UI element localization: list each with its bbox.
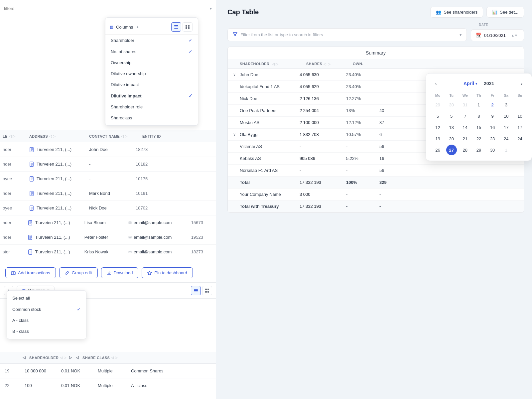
columns-chevron-icon: ▲ — [136, 25, 139, 29]
calendar-day-su[interactable] — [514, 99, 525, 110]
column-item[interactable]: Dilutive impact — [105, 79, 198, 90]
calendar-day[interactable]: 7 — [460, 111, 470, 121]
table-row[interactable]: nder Tiurveien 211, (...) Lisa Bloom ✉ e… — [0, 215, 216, 230]
bottom-row[interactable]: 19 10 000 000 0.01 NOK Multiple Common S… — [0, 364, 216, 378]
bottom-row[interactable]: 22 100 0.01 NOK Multiple A - class — [0, 378, 216, 393]
calendar-day[interactable]: 8 — [473, 111, 484, 121]
shareclass-item[interactable]: A - class — [7, 315, 86, 326]
calendar-day[interactable]: 22 — [473, 133, 484, 144]
table-row[interactable]: nder Tiurveien 211, (...) - 10182 — [0, 157, 216, 172]
calendar-day[interactable]: 20 — [446, 133, 457, 144]
col-le[interactable]: LE ◁ ▷ — [3, 134, 29, 138]
calendar-day[interactable]: 28 — [460, 145, 470, 155]
cap-col-shares-header[interactable]: SHARES ◁ ▷ — [306, 62, 353, 66]
bottom-col-right-arrow[interactable]: ▷ — [69, 355, 76, 360]
table-row[interactable]: nder Tiurveien 211, (...) Mark Bond 1019… — [0, 186, 216, 201]
cap-shares: 4 055 630 — [300, 72, 346, 77]
column-item[interactable]: No. of shares✓ — [105, 46, 198, 57]
calendar-day[interactable]: 10 — [501, 111, 511, 121]
add-transactions-label: Add transactions — [18, 270, 50, 275]
table-row[interactable]: nder Tiurveien 211, (...) John Doe 18273 — [0, 142, 216, 157]
col-id-label: ENTITY ID — [142, 134, 161, 138]
bc-class: Common Shares — [129, 368, 172, 373]
column-item[interactable]: Dilutive impact✓ — [105, 90, 198, 101]
calendar-grid: MoTuWeThFrSaSu29303112355789101012131415… — [431, 92, 526, 155]
calendar-month: April — [464, 81, 474, 86]
calendar-day[interactable]: 3 — [501, 99, 511, 110]
column-item[interactable]: Shareclass — [105, 112, 198, 123]
calendar-day[interactable]: 16 — [487, 122, 498, 133]
table-row[interactable]: nder Tiurveien 211, (...) Peter Foster ✉… — [0, 230, 216, 245]
calendar-day[interactable]: 15 — [473, 122, 484, 133]
calendar-year-select[interactable]: 2021 — [481, 79, 497, 87]
calendar-day[interactable]: 24 — [501, 133, 511, 144]
column-item[interactable]: Ownership — [105, 57, 198, 68]
shareclass-item[interactable]: Common stock✓ — [7, 304, 86, 315]
calendar-day[interactable]: 5 — [446, 111, 457, 121]
calendar-day[interactable]: 27 — [446, 145, 457, 155]
calendar-day[interactable]: 26 — [433, 145, 443, 155]
column-item[interactable]: Shareholder role — [105, 101, 198, 112]
cap-col-shareholder-header[interactable]: SHAREHOLDER ◁ ▷ — [240, 62, 306, 66]
pin-dashboard-button[interactable]: Pin to dashboard — [142, 267, 193, 278]
calendar-day[interactable]: 9 — [487, 111, 498, 121]
calendar-day[interactable]: 12 — [433, 122, 443, 133]
action-bar: Add transactions Group edit Download Pin… — [0, 263, 216, 283]
calendar-prev-btn[interactable]: ‹ — [431, 79, 441, 88]
calendar-day[interactable]: 30 — [487, 145, 498, 155]
see-details-label: See det... — [500, 10, 518, 15]
calendar-day[interactable]: 29 — [433, 99, 443, 110]
bc-mult: Multiple — [96, 383, 129, 388]
column-item[interactable]: Shareholder✓ — [105, 35, 198, 46]
bottom-col-left-arrow[interactable]: ◁ — [23, 355, 29, 360]
column-item[interactable]: Dilutive ownership — [105, 68, 198, 79]
calendar-day-su[interactable]: 17 — [514, 122, 525, 133]
col-id: ENTITY ID — [142, 134, 169, 138]
columns-header-left[interactable]: ▦ Columns ▲ — [109, 25, 139, 30]
calendar-next-btn[interactable]: › — [517, 79, 526, 88]
cap-filter-input[interactable]: Filter from the list or type to search i… — [227, 28, 467, 41]
calendar-day-su[interactable]: 10 — [514, 111, 525, 121]
bottom-col-shareclass[interactable]: SHARE CLASS ◁ ▷ — [82, 356, 122, 360]
calendar-day[interactable]: 13 — [446, 122, 457, 133]
calendar-day[interactable]: 19 — [433, 133, 443, 144]
calendar-day-su[interactable]: 24 — [514, 133, 525, 144]
calendar-day[interactable]: 14 — [460, 122, 470, 133]
calendar-day[interactable]: 2 — [487, 99, 498, 110]
see-shareholders-btn[interactable]: 👥 See shareholders — [430, 7, 483, 18]
calendar-day[interactable]: 17 — [501, 122, 511, 133]
col-contact[interactable]: CONTACT NAME ◁ ▷ — [89, 134, 142, 138]
bottom-list-view-btn[interactable] — [191, 286, 201, 295]
grid-view-btn[interactable] — [183, 22, 193, 32]
group-edit-button[interactable]: Group edit — [59, 267, 98, 278]
calendar-day[interactable]: 30 — [446, 99, 457, 110]
cap-shareholder-name: One Peak Partners — [240, 108, 300, 113]
bottom-col-left-arrow2[interactable]: ◁ — [76, 355, 82, 360]
calendar-month-select[interactable]: April ▾ — [461, 79, 480, 87]
col-address[interactable]: ADDRESS ◁ ▷ — [29, 134, 89, 138]
date-input[interactable]: 📅 01/10/2021 ▲▼ — [471, 29, 524, 41]
calendar-day[interactable]: 21 — [460, 133, 470, 144]
calendar-day[interactable]: 5 — [433, 111, 443, 121]
table-row[interactable]: oyee Tiurveien 211, (...) Nick Doe 18702 — [0, 201, 216, 215]
add-transactions-button[interactable]: Add transactions — [5, 267, 56, 278]
calendar-day[interactable]: 23 — [487, 133, 498, 144]
bottom-grid-view-btn[interactable] — [202, 286, 212, 295]
bc-num: 22 — [3, 383, 23, 388]
table-row[interactable]: stor Tiurveien 211, (...) Kriss Nowak ✉ … — [0, 245, 216, 259]
calendar-day[interactable]: 31 — [460, 99, 470, 110]
download-button[interactable]: Download — [101, 267, 139, 278]
calendar-day-su[interactable] — [514, 145, 525, 155]
calendar-day[interactable]: 1 — [473, 99, 484, 110]
see-details-btn[interactable]: 📊 See det... — [486, 7, 524, 18]
calendar-day[interactable]: 1 — [501, 145, 511, 155]
svg-rect-5 — [186, 27, 187, 29]
bottom-row[interactable]: 22 100 0.01 NOK Multiple A - class — [0, 393, 216, 399]
filter-input[interactable] — [4, 6, 210, 11]
list-view-btn[interactable] — [171, 22, 181, 32]
bottom-col-shareholder[interactable]: SHAREHOLDER ◁ ▷ — [29, 356, 69, 360]
table-row[interactable]: oyee Tiurveien 211, (...) - 10175 — [0, 172, 216, 186]
calendar-day[interactable]: 29 — [473, 145, 484, 155]
shareclass-item[interactable]: B - class — [7, 326, 86, 337]
shareclass-item[interactable]: Select all — [7, 293, 86, 304]
